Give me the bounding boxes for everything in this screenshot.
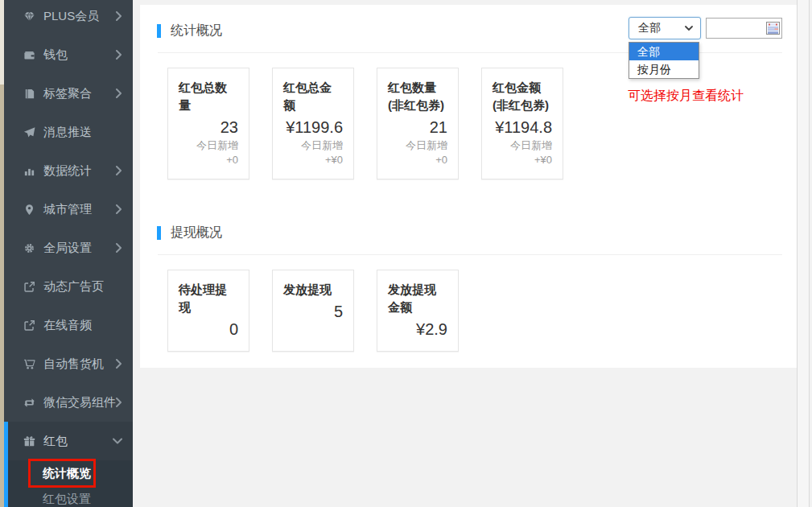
period-select-value: 全部 (638, 21, 661, 35)
gift-icon (23, 435, 36, 447)
stat-card-today-value: +0 (179, 153, 238, 168)
stat-card-value: 5 (283, 300, 343, 323)
external-link-icon (23, 280, 36, 293)
stat-card-title: 红包总数量 (179, 79, 238, 114)
sidebar-subitem-statistics-overview[interactable]: 统计概览 (8, 460, 133, 486)
stat-card-title: 发放提现金额 (388, 281, 447, 316)
section-title-text: 统计概况 (171, 23, 222, 39)
sidebar-item-label: 全局设置 (43, 241, 92, 256)
month-date-field (706, 18, 782, 39)
stat-card-title: 红包数量(非红包券) (388, 79, 447, 114)
sidebar-item-city-management[interactable]: 城市管理 (4, 190, 133, 229)
monthly-hint-text: 可选择按月查看统计 (628, 88, 744, 105)
wallet-icon (23, 48, 36, 61)
sidebar-item-label: 标签聚合 (43, 86, 92, 101)
stat-card-title: 红包金额(非红包券) (493, 79, 552, 114)
sidebar-item-label: 消息推送 (43, 125, 92, 140)
period-select-dropdown: 全部 按月份 (629, 42, 699, 79)
section-title-text: 提现概况 (171, 225, 222, 241)
stat-card-today-value: +¥0 (283, 153, 343, 168)
sidebar-item-label: 微信交易组件 (43, 395, 116, 410)
stat-card: 红包金额(非红包券) ¥1194.8 今日新增 +¥0 (481, 68, 563, 179)
sidebar-item-label: 动态广告页 (43, 279, 104, 295)
chevron-right-icon (115, 243, 122, 253)
sidebar-submenu: 统计概览 红包设置 (8, 460, 133, 507)
external-link-icon (23, 319, 36, 332)
sidebar-item-data-statistics[interactable]: 数据统计 (4, 151, 133, 190)
stat-card-value: ¥1199.6 (283, 116, 343, 138)
gear-icon (23, 241, 36, 254)
calendar-icon[interactable] (766, 22, 780, 35)
dropdown-option[interactable]: 按月份 (629, 60, 699, 78)
stat-card-today-value: +0 (388, 153, 447, 168)
chevron-right-icon (115, 398, 122, 407)
stat-card-today-label: 今日新增 (493, 138, 552, 154)
cart-icon (23, 357, 36, 370)
stat-card-value: ¥1194.8 (493, 116, 552, 138)
stat-card-value: ¥2.9 (388, 318, 447, 340)
sidebar-item-label: 自动售货机 (43, 357, 104, 372)
sidebar-subitem-label: 统计概览 (43, 466, 91, 481)
chevron-right-icon (115, 11, 122, 21)
stat-card: 红包总金额 ¥1199.6 今日新增 +¥0 (272, 68, 354, 179)
stat-cards-row: 红包总数量 23 今日新增 +0 红包总金额 ¥1199.6 今日新增 +¥0 … (167, 68, 797, 179)
content-panel: 统计概况 红包总数量 23 今日新增 +0 红包总金额 ¥1199.6 今日新增… (140, 5, 797, 368)
sidebar-item-label: 钱包 (43, 47, 68, 63)
stat-card: 待处理提现 0 (167, 270, 249, 352)
sidebar-subitem-label: 红包设置 (43, 492, 91, 507)
blue-accent-bar (157, 24, 161, 38)
gem-icon (23, 10, 36, 23)
sidebar-item-vending-machine[interactable]: 自动售货机 (4, 344, 133, 383)
stat-card: 发放提现金额 ¥2.9 (377, 270, 459, 352)
tags-icon (23, 87, 36, 100)
sidebar-nav: PLUS会员 钱包 标签聚合 消息推送 数据统计 城市管理 全局设置 动态广告页 (4, 0, 133, 422)
chevron-right-icon (115, 89, 122, 98)
sidebar-item-label: 城市管理 (43, 202, 92, 217)
sidebar-item-message-push[interactable]: 消息推送 (4, 113, 133, 151)
stat-card: 发放提现 5 (272, 270, 354, 352)
stat-card-value: 0 (179, 318, 238, 340)
period-select[interactable]: 全部 (629, 17, 701, 39)
sidebar-item-label: 数据统计 (43, 163, 92, 179)
sidebar-item-plus-member[interactable]: PLUS会员 (4, 0, 133, 35)
stat-cards-row: 待处理提现 0 发放提现 5 发放提现金额 ¥2.9 (167, 270, 797, 352)
stat-card-today-label: 今日新增 (388, 138, 447, 154)
sidebar-item-wechat-trade-component[interactable]: 微信交易组件 (4, 383, 133, 422)
send-icon (23, 126, 36, 138)
sidebar-item-dynamic-ad-page[interactable]: 动态广告页 (4, 267, 133, 306)
sidebar: PLUS会员 钱包 标签聚合 消息推送 数据统计 城市管理 全局设置 动态广告页 (4, 0, 133, 507)
sidebar-item-tag-aggregation[interactable]: 标签聚合 (4, 74, 133, 113)
stat-card-title: 发放提现 (283, 281, 343, 299)
sidebar-subitem-red-packet-settings[interactable]: 红包设置 (8, 486, 133, 507)
repeat-icon (23, 396, 36, 409)
chevron-right-icon (115, 204, 122, 214)
month-date-input[interactable] (707, 19, 765, 38)
stat-card-title: 红包总金额 (283, 79, 343, 114)
bar-chart-icon (23, 164, 36, 177)
sidebar-item-global-settings[interactable]: 全局设置 (4, 229, 133, 267)
stat-card-value: 23 (179, 116, 238, 138)
chevron-right-icon (115, 359, 122, 369)
main-content: 统计概况 红包总数量 23 今日新增 +0 红包总金额 ¥1199.6 今日新增… (133, 0, 812, 507)
stat-card-value: 21 (388, 116, 447, 138)
scrollbar[interactable] (797, 0, 810, 507)
map-pin-icon (23, 203, 36, 216)
chevron-right-icon (115, 166, 122, 175)
stat-card: 红包数量(非红包券) 21 今日新增 +0 (377, 68, 459, 179)
chevron-right-icon (115, 50, 122, 60)
blue-accent-bar (157, 226, 161, 240)
sidebar-item-online-audio[interactable]: 在线音频 (4, 306, 133, 344)
chevron-down-icon (113, 438, 122, 444)
sidebar-item-label: 在线音频 (43, 318, 92, 333)
chevron-down-icon (685, 26, 693, 31)
stat-card-title: 待处理提现 (179, 281, 238, 316)
stat-card: 红包总数量 23 今日新增 +0 (167, 68, 249, 179)
section-title: 提现概况 (140, 225, 797, 241)
divider (158, 254, 782, 255)
sidebar-item-wallet[interactable]: 钱包 (4, 35, 133, 74)
stat-card-today-label: 今日新增 (283, 138, 343, 154)
sidebar-item-red-packet[interactable]: 红包 (8, 422, 133, 460)
stat-card-today-value: +¥0 (493, 153, 552, 168)
dropdown-option[interactable]: 全部 (629, 43, 699, 60)
stat-card-today-label: 今日新增 (179, 138, 238, 154)
